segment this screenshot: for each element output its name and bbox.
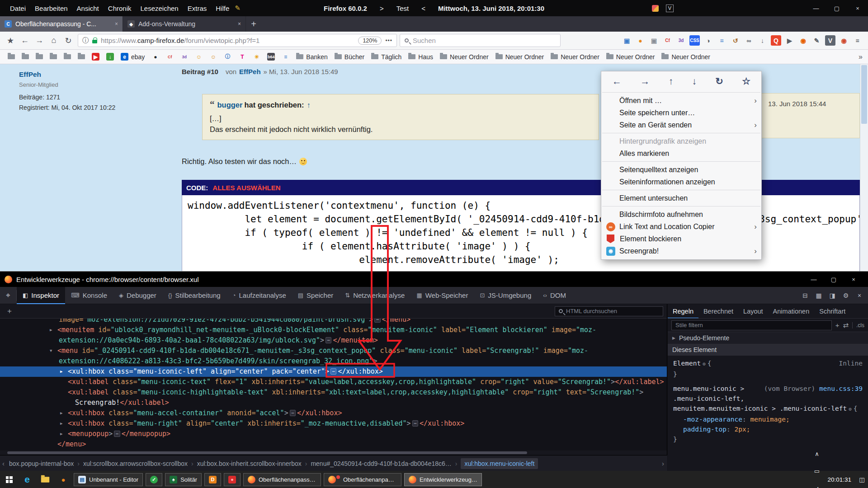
taskbar-clock[interactable]: 20:01:31 (823, 476, 856, 483)
bookmark-folder-4[interactable] (47, 53, 60, 61)
rules-tab-schriftart[interactable]: Schriftart (814, 304, 850, 319)
breadcrumb-scroll-left-icon[interactable]: ‹ (2, 460, 5, 467)
css-rule-inline[interactable]: Element⚙{ Inline (673, 358, 863, 369)
bookmark-folder-1[interactable] (5, 53, 18, 61)
context-item-seitenquelltext-anzeigen[interactable]: Seitenquelltext anzeigen (601, 164, 761, 176)
markup-line[interactable]: Screengrab!</xul:label> (0, 398, 667, 408)
extension-puzzle-icon[interactable] (652, 5, 659, 12)
devtools-tab-speicher[interactable]: ▤Speicher (292, 287, 340, 304)
bookmark-folder-6[interactable] (75, 53, 88, 61)
explorer-icon[interactable] (36, 471, 54, 488)
close-devtools-icon[interactable]: × (853, 289, 866, 302)
tray-expand-icon[interactable]: ∧ (811, 445, 823, 462)
taskbar-button-solitar[interactable]: ♠Solitär (165, 473, 202, 486)
devtools-tab-web-speicher[interactable]: ▦Web-Speicher (410, 287, 474, 304)
addon-3d-icon[interactable]: 3d (177, 52, 191, 62)
devtools-tab-laufzeitanalyse[interactable]: ◔Laufzeitanalyse (226, 287, 292, 304)
forward-icon[interactable]: → (640, 76, 650, 87)
forward-button[interactable]: → (33, 34, 46, 47)
devtools-tab-debugger[interactable]: ◈Debugger (113, 287, 162, 304)
maximize-button[interactable]: ▢ (826, 0, 847, 16)
split-console-icon[interactable]: ⊟ (798, 289, 812, 302)
url-text[interactable]: https://www.camp-firefox.de/forum/viewto… (101, 37, 354, 44)
taskbar-button-unbenannt-editor[interactable]: ▤Unbenannt - Editor (74, 473, 143, 486)
collapsed-children-badge[interactable]: ⋯ (374, 319, 380, 323)
devtools-titlebar[interactable]: Entwicklerwerkzeuge - chrome://browser/c… (0, 272, 868, 287)
telekom-icon[interactable]: T (235, 52, 249, 62)
post-author-link[interactable]: EffPeh (239, 68, 261, 75)
screenshot-pencil-icon[interactable]: ✎ (811, 35, 822, 46)
dock-side-icon[interactable]: ◨ (826, 289, 839, 302)
expand-arrow-icon[interactable]: ▶ (60, 429, 62, 439)
breadcrumb-item[interactable]: menu#_02450914-cdd9-410f-b1da-db004e18c6… (311, 460, 451, 467)
devtools-tab-dom[interactable]: ‹›DOM (537, 287, 572, 304)
taskbar-button-entwicklerwerkzeuge[interactable]: Entwicklerwerkzeuge ... (404, 473, 482, 486)
reader-list-icon[interactable]: ≡ (717, 35, 727, 46)
bookmark-folder-neu5[interactable]: Neuer Ordner (658, 52, 713, 62)
bookmark-folder-taeglich[interactable]: Täglich (368, 52, 405, 62)
menu-chronik[interactable]: Chronik (104, 5, 136, 12)
back-button[interactable]: ← (18, 34, 32, 47)
add-rule-icon[interactable]: + (835, 321, 840, 329)
context-item-alles-markieren[interactable]: Alles markieren (601, 147, 761, 160)
markup-line[interactable]: ▶<menuitem id="ublock0_raymondhill_net-m… (0, 325, 667, 335)
github-icon[interactable]: ● (148, 52, 162, 62)
link-copier-icon[interactable]: ∞ (744, 35, 754, 46)
style-filter-box[interactable] (671, 320, 832, 330)
theme-icon[interactable]: ◑ (703, 35, 713, 46)
devtools-tab-netzwerkanalyse[interactable]: ⇅Netzwerkanalyse (339, 287, 410, 304)
v-extension-icon[interactable]: V (666, 5, 674, 12)
menu-hilfe[interactable]: Hilfe (211, 5, 234, 12)
markup-line[interactable]: extension://c4086222-a813-43c3-bfc2-5b65… (0, 356, 667, 366)
minimize-button[interactable]: — (804, 272, 824, 287)
reload-icon[interactable]: ↻ (715, 76, 723, 87)
add-node-button[interactable]: + (4, 307, 15, 316)
expand-arrow-icon[interactable]: ▶ (60, 418, 62, 429)
tab-close-icon[interactable]: × (238, 21, 241, 27)
pick-element-icon[interactable]: ⌖ (0, 287, 16, 304)
menu-lesezeichen[interactable]: Lesezeichen (136, 5, 183, 12)
tab-oberflaechenanpassung[interactable]: C Oberflächenanpassung - C... × (0, 16, 123, 32)
taskbar-button-oberflachenanpassun[interactable]: Oberflächenanpassun... (324, 473, 401, 486)
context-item-link-text-and-location-copier[interactable]: ∞Link Text and Location Copier› (601, 221, 761, 233)
bookmark-folder-buecher[interactable]: Bücher (331, 52, 368, 62)
markup-line[interactable]: </menu> (0, 439, 667, 450)
devtools-tab-stilbearbeitung[interactable]: {}Stilbearbeitung (162, 287, 226, 304)
qwant-icon[interactable]: Q (771, 35, 781, 46)
expand-arrow-icon[interactable]: ▼ (50, 346, 52, 356)
markup-horizontal-scrollbar[interactable] (0, 450, 667, 455)
breadcrumb-item[interactable]: box.popup-internal-box (9, 460, 74, 467)
toggle-classes-button[interactable]: .cls (852, 322, 864, 328)
bookmark-folder-neu2[interactable]: Neuer Ordner (492, 52, 547, 62)
settings-gear-icon[interactable]: ⚙ (839, 289, 853, 302)
collapsed-children-badge[interactable]: ⋯ (290, 410, 296, 416)
clean-history-icon[interactable]: ↺ (730, 35, 741, 46)
devtools-tab-konsole[interactable]: ⌨Konsole (65, 287, 113, 304)
context-item-bildschirmfoto-aufnehmen[interactable]: Bildschirmfoto aufnehmen (601, 208, 761, 221)
launcher-icon[interactable]: ● (54, 471, 72, 488)
maximize-button[interactable]: ▢ (824, 272, 844, 287)
bookmark-folder-banken[interactable]: Banken (293, 52, 330, 62)
addon-star-icon[interactable]: ★ (4, 34, 17, 47)
back-icon[interactable]: ← (612, 76, 622, 87)
bookmark-folder-neu4[interactable]: Neuer Ordner (603, 52, 658, 62)
info-globe-icon[interactable]: ⓘ (221, 52, 235, 62)
menu-extras[interactable]: Extras (183, 5, 212, 12)
send-tab-icon[interactable]: ◉ (839, 35, 849, 46)
edge-icon[interactable]: e (18, 471, 36, 488)
devtools-tab-inspektor[interactable]: ◧Inspektor (17, 287, 65, 304)
markup-line-selected[interactable]: ▶<xul:hbox class="menu-iconic-left" alig… (0, 366, 667, 377)
action-center-icon[interactable]: ◫ (856, 471, 868, 488)
bookmark-folder-haus[interactable]: Haus (405, 52, 436, 62)
firefox-account-icon[interactable]: ◉ (798, 35, 808, 46)
bookmark-folder-5[interactable] (61, 53, 74, 61)
taskbar-button-oberflachenanpassun[interactable]: Oberflächenanpassun... (243, 473, 321, 486)
minimize-button[interactable]: — (806, 0, 826, 16)
youtube-icon[interactable]: ▶ (89, 52, 103, 62)
markup-line[interactable]: ▶<menupopup>⋯</menupopup> (0, 429, 667, 439)
search-input[interactable] (413, 37, 556, 44)
post-number[interactable]: Beitrag #10 (182, 68, 218, 75)
page-actions-icon[interactable]: ••• (385, 38, 392, 44)
grid-icon[interactable]: ▦ (812, 289, 826, 302)
up-icon[interactable]: ↑ (669, 76, 674, 87)
